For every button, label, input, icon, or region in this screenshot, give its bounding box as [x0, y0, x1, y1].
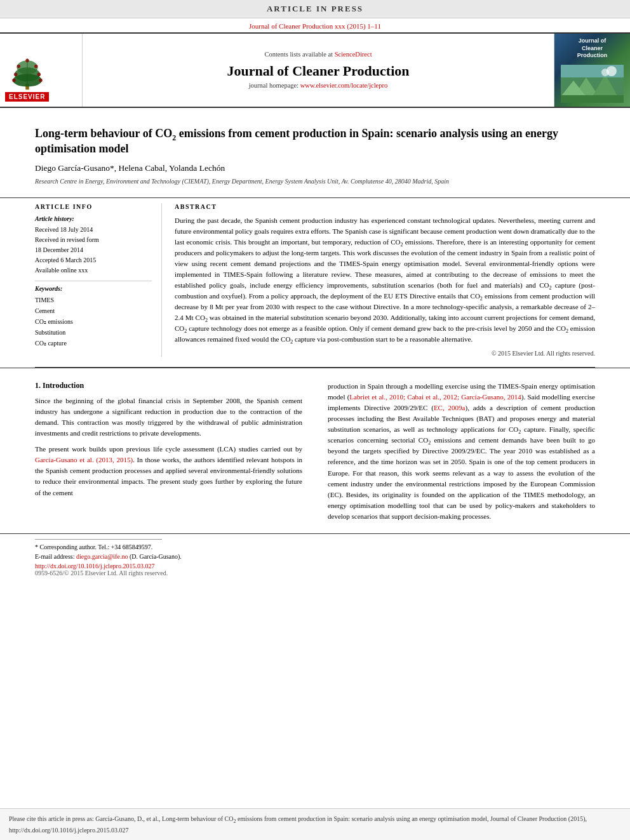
- ec-link[interactable]: EC, 2009a: [434, 404, 466, 411]
- elsevier-label: ELSEVIER: [5, 92, 49, 102]
- svg-rect-16: [561, 95, 624, 103]
- journal-cover: Journal ofCleanerProduction: [554, 34, 630, 107]
- svg-point-10: [39, 79, 42, 83]
- elsevier-logo: ELSEVIER: [5, 56, 50, 102]
- footnote-email: E-mail address: diego.garcia@ife.no (D. …: [35, 552, 595, 561]
- header-section: ELSEVIER Contents lists available at Sci…: [0, 32, 630, 108]
- article-authors: Diego García-Gusano*, Helena Cabal, Yola…: [35, 163, 595, 173]
- journal-header-center: Contents lists available at ScienceDirec…: [83, 34, 554, 107]
- intro-heading: 1. Introduction: [35, 381, 302, 390]
- article-info-heading: ARTICLE INFO: [35, 203, 152, 210]
- homepage-line: journal homepage: www.elsevier.com/locat…: [90, 82, 546, 89]
- contents-line: Contents lists available at ScienceDirec…: [90, 51, 546, 58]
- journal-link[interactable]: Journal of Cleaner Production xxx (2015)…: [249, 22, 381, 30]
- cover-scene-icon: [561, 65, 624, 103]
- journal-link-bar: Journal of Cleaner Production xxx (2015)…: [0, 18, 630, 32]
- article-affiliation: Research Centre in Energy, Environment a…: [35, 177, 595, 186]
- copyright-line: © 2015 Elsevier Ltd. All rights reserved…: [175, 350, 595, 357]
- svg-point-9: [12, 79, 15, 83]
- issn-text: 0959-6526/© 2015 Elsevier Ltd. All right…: [35, 570, 595, 577]
- co2-sub: 2: [172, 133, 176, 142]
- svg-point-4: [13, 74, 42, 86]
- svg-point-11: [25, 59, 29, 63]
- abstract-text: During the past decade, the Spanish ceme…: [175, 215, 595, 345]
- cover-title: Journal ofCleanerProduction: [577, 37, 608, 60]
- intro-right-col: production in Spain through a modelling …: [321, 381, 595, 527]
- sciencedirect-link[interactable]: ScienceDirect: [335, 51, 372, 58]
- history-label: Article history:: [35, 215, 152, 222]
- article-in-press-banner: ARTICLE IN PRESS: [0, 0, 630, 18]
- footnote-section: * Corresponding author. Tel.: +34 685849…: [0, 533, 630, 579]
- cover-image: Journal ofCleanerProduction: [554, 34, 630, 107]
- elsevier-tree-icon: [5, 56, 50, 91]
- svg-point-7: [14, 73, 17, 76]
- abstract-heading: ABSTRACT: [175, 203, 595, 210]
- journal-title: Journal of Cleaner Production: [90, 63, 546, 79]
- garcia-gusano-link[interactable]: García-Gusano et al. (2013, 2015): [35, 456, 133, 463]
- introduction-section: 1. Introduction Since the beginning of t…: [0, 368, 630, 533]
- labriet-link[interactable]: Labriet et al., 2010; Cabai et al., 2012…: [349, 393, 521, 401]
- two-col-section: ARTICLE INFO Article history: Received 1…: [0, 197, 630, 357]
- svg-point-19: [601, 69, 608, 76]
- article-title: Long-term behaviour of CO2 emissions fro…: [35, 126, 595, 157]
- keywords-list: TIMES Cement CO₂ emissions Substitution …: [35, 295, 152, 349]
- svg-point-6: [34, 65, 38, 69]
- elsevier-logo-area: ELSEVIER: [0, 34, 83, 107]
- svg-point-5: [17, 65, 21, 69]
- intro-para-1: Since the beginning of the global financ…: [35, 396, 302, 439]
- intro-left-col: 1. Introduction Since the beginning of t…: [35, 381, 309, 527]
- bottom-citation-bar: Please cite this article in press as: Ga…: [0, 808, 630, 840]
- keywords-label: Keywords:: [35, 285, 152, 292]
- email-link[interactable]: diego.garcia@ife.no: [76, 553, 130, 560]
- doi-link[interactable]: http://dx.doi.org/10.1016/j.jclepro.2015…: [35, 563, 595, 570]
- article-info-col: ARTICLE INFO Article history: Received 1…: [35, 203, 162, 357]
- intro-para-2: The present work builds upon previous li…: [35, 444, 302, 498]
- article-history: Received 18 July 2014 Received in revise…: [35, 225, 152, 276]
- svg-point-8: [37, 73, 41, 76]
- homepage-link[interactable]: www.elsevier.com/locate/jclepro: [300, 82, 388, 89]
- divider: [35, 281, 152, 281]
- intro-right-para-1: production in Spain through a modelling …: [328, 381, 595, 522]
- footnote-corresponding: * Corresponding author. Tel.: +34 685849…: [35, 542, 595, 552]
- article-title-section: Long-term behaviour of CO2 emissions fro…: [0, 114, 630, 197]
- abstract-col: ABSTRACT During the past decade, the Spa…: [175, 203, 595, 357]
